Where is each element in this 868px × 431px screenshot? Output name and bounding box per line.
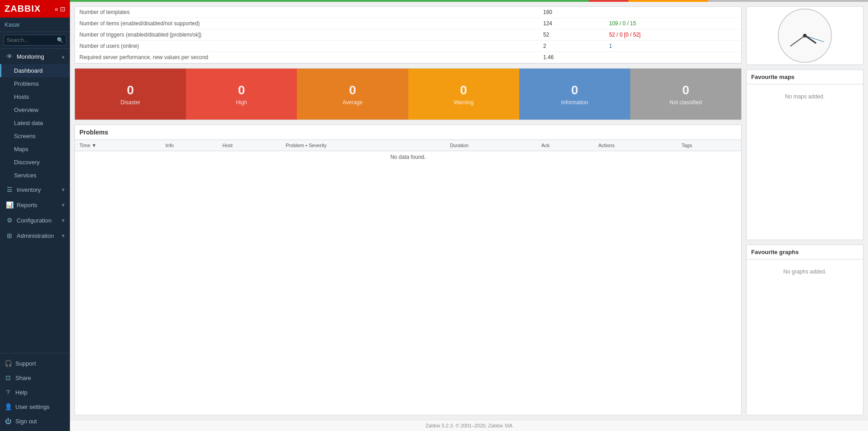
sidebar-user: Kasar: [0, 18, 70, 32]
tile-count: 0: [349, 83, 356, 97]
clock-panel: [746, 6, 863, 65]
configuration-icon: ⚙: [6, 217, 13, 224]
nav-dashboard[interactable]: Dashboard: [0, 64, 70, 77]
expand-icon[interactable]: ⊡: [60, 5, 65, 13]
nav-monitoring-label: Monitoring: [17, 53, 44, 60]
nav-configuration[interactable]: ⚙ Configuration ▼: [0, 213, 70, 228]
nav-reports[interactable]: 📊 Reports ▼: [0, 197, 70, 213]
sidebar-footer: 🎧 Support ⊡ Share ? Help 👤 User settings…: [0, 353, 70, 431]
nav-hosts[interactable]: Hosts: [0, 90, 70, 103]
inventory-icon: ☰: [6, 186, 13, 193]
favourite-maps-body: No maps added.: [747, 84, 863, 109]
no-maps-text: No maps added.: [785, 93, 825, 100]
severity-tile-not-classified[interactable]: 0Not classified: [630, 69, 741, 120]
sidebar-search-container: 🔍: [0, 32, 70, 49]
sidebar-logo: ZABBIX « ⊡: [0, 0, 70, 18]
sysinfo-value: 160: [539, 7, 605, 18]
monitoring-expand-icon: ▲: [61, 54, 65, 59]
nav-reports-label: Reports: [17, 202, 37, 209]
nav-discovery[interactable]: Discovery: [0, 156, 70, 169]
severity-tile-high[interactable]: 0High: [186, 69, 297, 120]
severity-tile-disaster[interactable]: 0Disaster: [75, 69, 186, 120]
tile-label: Information: [561, 99, 588, 106]
favourite-maps-title: Favourite maps: [747, 70, 863, 84]
nav-inventory-label: Inventory: [17, 186, 41, 193]
nav-inventory[interactable]: ☰ Inventory ▼: [0, 182, 70, 197]
tile-label: Disaster: [120, 99, 140, 106]
footer-help[interactable]: ? Help: [0, 385, 70, 399]
nav-administration[interactable]: ⊞ Administration ▼: [0, 228, 70, 243]
severity-tile-information[interactable]: 0Information: [519, 69, 630, 120]
nav-overview[interactable]: Overview: [0, 103, 70, 116]
nav-latest-data[interactable]: Latest data: [0, 116, 70, 130]
nav-maps[interactable]: Maps: [0, 143, 70, 156]
nav-monitoring[interactable]: 👁 Monitoring ▲: [0, 49, 70, 64]
sysinfo-extra: [605, 7, 741, 18]
no-graphs-text: No graphs added.: [783, 269, 826, 275]
clock-container: [778, 9, 832, 63]
footer-user-settings[interactable]: 👤 User settings: [0, 399, 70, 414]
sysinfo-row: Number of items (enabled/disabled/not su…: [75, 18, 741, 29]
sysinfo-label: Required server performance, new values …: [75, 52, 539, 63]
nav-screens[interactable]: Screens: [0, 130, 70, 143]
problems-table: Time ▼InfoHostProblem • SeverityDuration…: [75, 140, 741, 163]
tile-count: 0: [127, 83, 134, 97]
minute-hand: [790, 35, 805, 46]
dashboard-right: Favourite maps No maps added. Favourite …: [746, 6, 863, 415]
sysinfo-table: Number of templates160Number of items (e…: [75, 7, 741, 63]
footer-support[interactable]: 🎧 Support: [0, 356, 70, 371]
collapse-icon[interactable]: «: [55, 5, 58, 13]
sysinfo-value: 1.46: [539, 52, 605, 63]
problems-col-header: Info: [161, 140, 218, 151]
problems-col-header: Host: [218, 140, 281, 151]
problems-tbody: No data found.: [75, 151, 741, 163]
footer-share[interactable]: ⊡ Share: [0, 371, 70, 385]
tile-count: 0: [238, 83, 245, 97]
severity-tiles: 0Disaster0High0Average0Warning0Informati…: [74, 68, 742, 120]
administration-expand-icon: ▼: [61, 233, 65, 238]
problems-col-header: Tags: [677, 140, 741, 151]
no-data-cell: No data found.: [75, 151, 741, 163]
support-icon: 🎧: [5, 360, 12, 367]
problems-col-header: Time ▼: [75, 140, 161, 151]
clock-face: [778, 9, 832, 63]
sysinfo-panel: Number of templates160Number of items (e…: [74, 6, 742, 64]
sysinfo-row: Required server performance, new values …: [75, 52, 741, 63]
sysinfo-value: 2: [539, 41, 605, 52]
tile-label: Not classified: [669, 99, 702, 106]
sysinfo-extra: 52 / 0 [0 / 52]: [605, 29, 741, 41]
share-icon: ⊡: [5, 374, 12, 381]
severity-tile-average[interactable]: 0Average: [297, 69, 408, 120]
search-icon: 🔍: [57, 37, 64, 43]
sysinfo-extra: 109 / 0 / 15: [605, 18, 741, 29]
problems-col-header: Actions: [594, 140, 677, 151]
nav-services[interactable]: Services: [0, 169, 70, 182]
favourite-graphs-body: No graphs added.: [747, 260, 863, 284]
sysinfo-label: Number of triggers (enabled/disabled [pr…: [75, 29, 539, 41]
footer-sign-out[interactable]: ⏻ Sign out: [0, 414, 70, 428]
tile-count: 0: [682, 83, 689, 97]
logo-text: ZABBIX: [5, 4, 41, 14]
problems-title: Problems: [75, 125, 741, 140]
sysinfo-label: Number of templates: [75, 7, 539, 18]
favourite-maps-panel: Favourite maps No maps added.: [746, 70, 863, 240]
sysinfo-extra: 1: [605, 41, 741, 52]
sysinfo-label: Number of items (enabled/disabled/not su…: [75, 18, 539, 29]
sysinfo-value: 124: [539, 18, 605, 29]
problems-panel: Problems Time ▼InfoHostProblem • Severit…: [74, 125, 742, 415]
sysinfo-value: 52: [539, 29, 605, 41]
dashboard-left: Number of templates160Number of items (e…: [74, 6, 742, 415]
nav-administration-label: Administration: [17, 232, 54, 239]
sysinfo-row: Number of users (online)21: [75, 41, 741, 52]
main-content: Number of templates160Number of items (e…: [70, 0, 868, 431]
reports-icon: 📊: [6, 201, 13, 209]
severity-tile-warning[interactable]: 0Warning: [408, 69, 519, 120]
problems-col-header: Ack: [537, 140, 594, 151]
tile-label: High: [236, 99, 247, 106]
sysinfo-extra: [605, 52, 741, 63]
user-settings-icon: 👤: [5, 403, 12, 410]
problems-thead: Time ▼InfoHostProblem • SeverityDuration…: [75, 140, 741, 151]
tile-label: Warning: [453, 99, 473, 106]
sign-out-icon: ⏻: [5, 417, 12, 425]
nav-problems[interactable]: Problems: [0, 77, 70, 90]
